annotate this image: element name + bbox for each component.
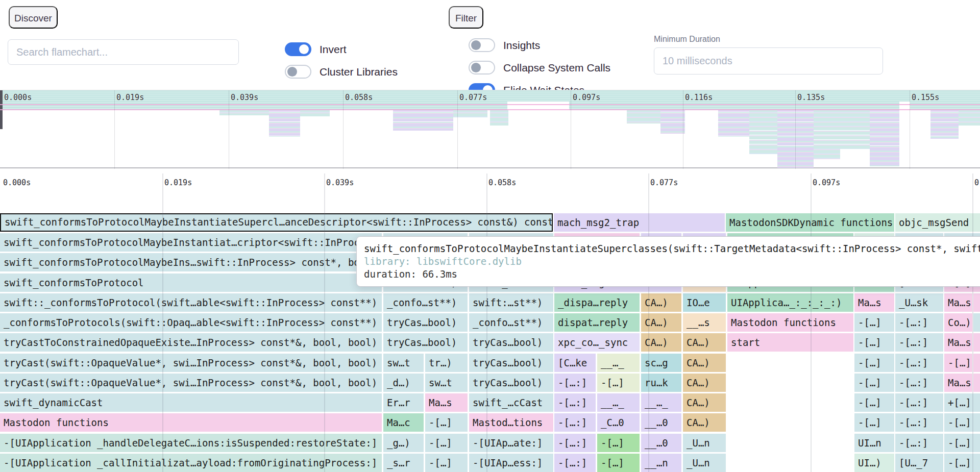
flame-block[interactable]: swift_…cCast (469, 393, 553, 412)
flame-block[interactable]: -[…] (597, 374, 640, 392)
flame-block[interactable]: tryCast(swift::OpaqueValue*, swi…InProce… (0, 354, 382, 372)
flame-block[interactable]: -[…:] (554, 413, 596, 432)
flame-block[interactable]: tryCas…bool) (469, 333, 553, 352)
flame-block[interactable] (973, 313, 980, 332)
flame-block[interactable]: -[…:] (895, 434, 943, 452)
flame-block[interactable]: -[…] (854, 333, 894, 352)
flame-block[interactable]: -[…:] (554, 393, 596, 412)
flame-block[interactable]: __…0 (641, 413, 681, 432)
flame-block[interactable]: _g…) (383, 434, 424, 452)
flame-block[interactable]: tryCas…bool) (469, 374, 553, 392)
flame-block[interactable]: -[UIAp…ess:] (469, 454, 553, 472)
flame-block[interactable]: -[…:] (895, 313, 943, 332)
flame-block[interactable]: __…0 (641, 434, 681, 452)
flame-block[interactable]: [C…ke (554, 354, 596, 372)
flame-block[interactable]: _U…n (683, 434, 726, 452)
flame-block[interactable]: -[…] (597, 434, 640, 452)
flame-block[interactable]: swift_dynamicCast (0, 393, 382, 412)
flame-block[interactable]: swift::_conformsToProtocol(swift…able<sw… (0, 293, 382, 312)
flame-block[interactable]: -[…] (944, 454, 980, 472)
collapse-system-calls-toggle[interactable] (469, 61, 495, 74)
flame-block[interactable]: _s…r (383, 454, 424, 472)
flame-block[interactable]: start (727, 333, 853, 352)
flame-block[interactable] (973, 354, 980, 372)
insights-toggle[interactable] (469, 38, 495, 52)
flame-block[interactable]: tryCas…bool) (383, 313, 468, 332)
flame-block[interactable]: Mastodon functions (727, 313, 853, 332)
flame-block[interactable]: -[…:] (895, 354, 943, 372)
flame-block-selected[interactable]: swift_conformsToProtocolMaybeInstantiate… (0, 213, 553, 232)
flame-block[interactable]: Mastodon functions (0, 413, 382, 432)
flame-block[interactable]: -[…] (854, 393, 894, 412)
flame-block[interactable]: __…_ (597, 393, 640, 412)
flame-block[interactable]: CA…) (641, 313, 681, 332)
flame-block[interactable] (973, 374, 980, 392)
flame-block[interactable]: __…_ (597, 354, 640, 372)
minimap[interactable]: 0.000s0.019s0.039s0.058s0.077s0.097s0.11… (0, 90, 980, 168)
flame-block[interactable]: Mastod…tions (469, 413, 553, 432)
flame-block[interactable]: swift_conformsToProtocol (0, 274, 382, 292)
flame-block[interactable]: swift_conformsToProtocolMaybeIns…swift::… (0, 253, 382, 271)
flame-block[interactable]: -[UIAp…ate:] (469, 434, 553, 452)
flame-block[interactable]: Ma…s (944, 333, 972, 352)
flame-block[interactable]: MastodonSDKDynamic functions (726, 213, 894, 232)
flame-block[interactable]: mach_msg2_trap (554, 213, 725, 232)
flame-block[interactable]: Ma…s (944, 293, 972, 312)
flame-block[interactable]: _confo…st**) (383, 293, 468, 312)
flame-block[interactable]: -[UIApplication _callInitializat…ayload:… (0, 454, 382, 472)
flame-block[interactable]: _d…) (383, 374, 424, 392)
flame-block[interactable]: _conformsToProtocols(swift::Opaq…able<sw… (0, 313, 382, 332)
flame-block[interactable]: CA…) (641, 333, 681, 352)
flame-block[interactable]: -[…] (944, 413, 980, 432)
flame-block[interactable]: Ma…s (854, 293, 894, 312)
flame-block[interactable]: Ma…s (944, 374, 972, 392)
flame-block[interactable]: -[…:] (895, 333, 943, 352)
flame-block[interactable]: dispat…reply (554, 313, 640, 332)
search-flamechart-input[interactable] (8, 39, 239, 65)
flame-block[interactable]: Ma…s (425, 393, 468, 412)
flame-block[interactable]: xpc_co…_sync (554, 333, 640, 352)
flame-block[interactable]: UI…n (854, 434, 894, 452)
flame-block[interactable]: tryCastToConstrainedOpaqueExiste…InProce… (0, 333, 382, 352)
flame-block[interactable]: UIApplica…_:_:_:_:) (727, 293, 853, 312)
flame-block[interactable]: tryCas…bool) (469, 354, 553, 372)
flame-block[interactable]: __…s (683, 313, 726, 332)
flame-block[interactable]: [U…_7 (895, 454, 943, 472)
flame-block[interactable]: tr…) (425, 354, 468, 372)
flame-block[interactable]: CA…) (683, 393, 726, 412)
flame-block[interactable]: -[UIApplication _handleDelegateC…ions:is… (0, 434, 382, 452)
flame-block[interactable]: -[…] (854, 374, 894, 392)
flame-block[interactable]: -[…] (944, 354, 972, 372)
flame-block[interactable]: sw…t (425, 374, 468, 392)
flame-block[interactable]: CA…) (641, 293, 681, 312)
flame-block[interactable]: IO…e (683, 293, 726, 312)
filter-button[interactable]: Filter (449, 6, 483, 29)
flame-block[interactable]: ru…k (641, 374, 681, 392)
discover-button[interactable]: Discover (9, 6, 58, 29)
flame-block[interactable]: -[…:] (895, 393, 943, 412)
flame-block[interactable]: swift_conformsToProtocolMaybeInstantiat…… (0, 233, 382, 252)
flame-block[interactable]: -[…] (854, 413, 894, 432)
invert-toggle[interactable] (285, 42, 311, 56)
flame-block[interactable]: -[…:] (554, 374, 596, 392)
flame-block[interactable]: -[…] (425, 454, 468, 472)
flame-block[interactable]: _U…sk (895, 293, 943, 312)
flame-block[interactable]: -[…:] (895, 413, 943, 432)
flame-block[interactable]: objc_msgSend (895, 213, 980, 232)
minimum-duration-input[interactable] (654, 47, 883, 74)
flame-block[interactable]: Er…r (383, 393, 424, 412)
flame-block[interactable]: -[…:] (554, 434, 596, 452)
flame-block[interactable]: sw…t (383, 354, 424, 372)
flame-block[interactable]: swift:…st**) (469, 293, 553, 312)
flame-block[interactable]: CA…) (683, 354, 726, 372)
flame-block[interactable]: CA…) (683, 333, 726, 352)
flame-block[interactable] (973, 333, 980, 352)
flame-block[interactable]: +[…] (944, 393, 980, 412)
flame-block[interactable]: CA…) (683, 413, 726, 432)
flame-block[interactable]: CA…) (683, 374, 726, 392)
flame-block[interactable]: tryCas…bool) (383, 333, 468, 352)
flame-block[interactable]: _dispa…reply (554, 293, 640, 312)
flame-block[interactable] (973, 293, 980, 312)
flame-block[interactable]: _U…n (683, 454, 726, 472)
flame-block[interactable]: _confo…st**) (469, 313, 553, 332)
